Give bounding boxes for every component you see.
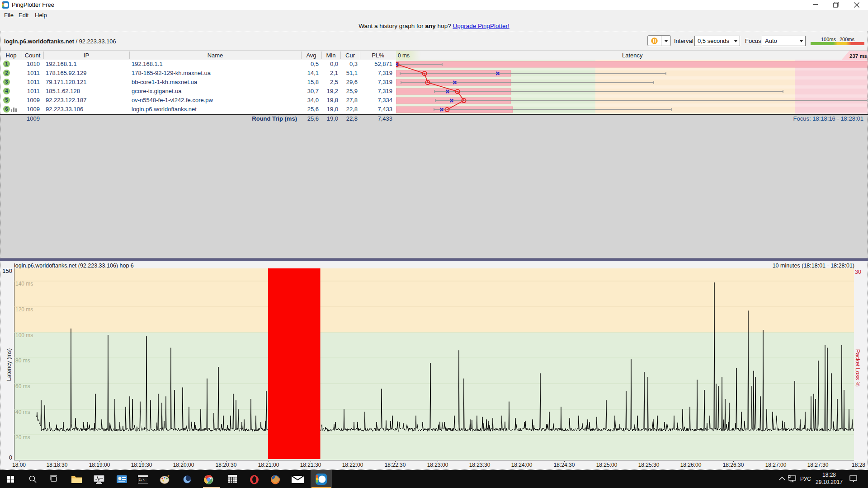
svg-text:C:\_: C:\_ (139, 478, 147, 482)
